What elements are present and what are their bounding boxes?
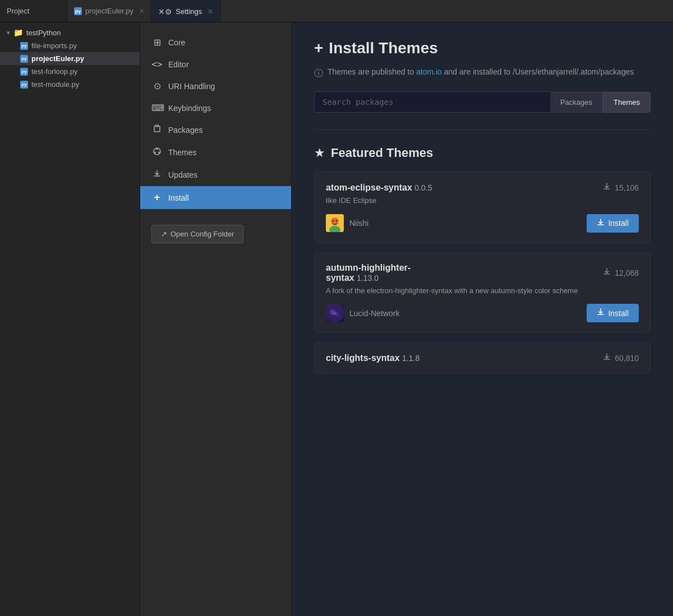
updates-label: Updates xyxy=(168,170,197,179)
close-projecteuler-tab[interactable]: × xyxy=(139,6,144,16)
file-name-forloop: test-forloop.py xyxy=(31,67,77,76)
settings-tab-label: Settings xyxy=(176,7,202,16)
svg-point-4 xyxy=(158,152,160,154)
file-name-euler: projectEuler.py xyxy=(31,54,84,63)
sidebar-item-keybindings[interactable]: ⌨ Keybindings xyxy=(140,97,291,119)
close-settings-tab[interactable]: × xyxy=(208,7,213,17)
search-input[interactable] xyxy=(314,91,550,113)
tree-file-forloop[interactable]: py test-forloop.py xyxy=(0,65,140,78)
svg-point-7 xyxy=(331,217,339,225)
card-bottom-row-0: Niishi Install xyxy=(326,214,639,233)
folder-chevron: ▾ xyxy=(7,29,10,36)
project-tab-label: Project xyxy=(7,7,29,15)
package-name-version-0: atom-eclipse-syntax 0.0.5 xyxy=(326,183,432,193)
tree-folder-testpython[interactable]: ▾ 📁 testPython xyxy=(0,26,140,39)
download-count-1: 12,068 xyxy=(602,267,639,278)
download-number-0: 15,106 xyxy=(615,183,639,192)
nav-divider xyxy=(140,209,291,216)
featured-header: ★ Featured Themes xyxy=(314,146,651,160)
packages-icon xyxy=(151,124,163,136)
keybindings-icon: ⌨ xyxy=(151,103,163,113)
card-top-row-2: city-lights-syntax 1.1.8 60,810 xyxy=(326,353,639,363)
themes-tab-button[interactable]: Themes xyxy=(603,92,651,113)
description-text: Themes are published to atom.io and are … xyxy=(328,66,634,78)
package-card-1: autumn-highlighter-syntax 1.13.0 12,068 … xyxy=(314,252,651,334)
star-icon: ★ xyxy=(314,146,325,160)
py-file-icon-3: py xyxy=(20,68,28,76)
tab-projecteuler[interactable]: py projectEuler.py × xyxy=(67,0,151,22)
folder-name: testPython xyxy=(26,29,61,37)
page-title: Install Themes xyxy=(329,39,438,57)
package-name-0: atom-eclipse-syntax xyxy=(326,183,412,192)
svg-point-9 xyxy=(333,220,334,222)
download-number-1: 12,068 xyxy=(615,268,639,277)
uri-label: URI Handling xyxy=(168,82,215,91)
tree-file-module[interactable]: py test-module.py xyxy=(0,78,140,91)
package-card-2: city-lights-syntax 1.1.8 60,810 xyxy=(314,342,651,374)
install-btn-label-1: Install xyxy=(608,309,629,318)
sidebar-item-core[interactable]: ⊞ Core xyxy=(140,31,291,53)
file-tree: ▾ 📁 testPython py file-imports.py py pro… xyxy=(0,22,140,616)
packages-tab-button[interactable]: Packages xyxy=(550,92,603,113)
section-divider xyxy=(314,129,651,130)
tab-project[interactable]: Project xyxy=(0,0,67,22)
author-info-0: Niishi xyxy=(326,214,368,232)
package-version-0: 0.0.5 xyxy=(414,183,432,192)
themes-icon xyxy=(151,147,163,158)
svg-point-10 xyxy=(336,220,338,222)
sidebar-item-editor[interactable]: <> Editor xyxy=(140,53,291,75)
packages-label: Packages xyxy=(168,126,202,135)
download-number-2: 60,810 xyxy=(615,354,639,363)
author-avatar-0 xyxy=(326,214,344,232)
sidebar-item-themes[interactable]: Themes xyxy=(140,141,291,164)
editor-icon: <> xyxy=(151,59,163,70)
package-desc-0: like IDE Eclipse xyxy=(326,195,639,206)
tree-file-imports[interactable]: py file-imports.py xyxy=(0,39,140,52)
open-config-label: Open Config Folder xyxy=(170,230,234,238)
sidebar-item-install[interactable]: + Install xyxy=(140,186,291,209)
search-bar-row: Packages Themes xyxy=(314,91,651,113)
open-config-button[interactable]: ↗ Open Config Folder xyxy=(151,225,243,243)
package-version-2: 1.1.8 xyxy=(402,354,420,363)
keybindings-label: Keybindings xyxy=(168,104,211,113)
install-btn-label-0: Install xyxy=(608,219,629,228)
py-icon: py xyxy=(74,7,82,15)
sidebar-item-uri[interactable]: ⊙ URI Handling xyxy=(140,75,291,97)
package-name-2: city-lights-syntax xyxy=(326,353,400,363)
main-layout: ▾ 📁 testPython py file-imports.py py pro… xyxy=(0,22,673,616)
package-name-version-1: autumn-highlighter-syntax 1.13.0 xyxy=(326,263,411,283)
package-version-1: 1.13.0 xyxy=(357,274,379,282)
core-label: Core xyxy=(168,38,185,47)
package-desc-1: A fork of the electron-highlighter-synta… xyxy=(326,285,639,297)
py-file-icon: py xyxy=(20,42,28,50)
projecteuler-tab-label: projectEuler.py xyxy=(85,7,133,15)
install-description: ⓘ Themes are published to atom.io and ar… xyxy=(314,66,651,80)
install-button-0[interactable]: Install xyxy=(587,214,639,233)
install-btn-icon-0 xyxy=(597,219,605,228)
tab-settings[interactable]: ✕⚙ Settings × xyxy=(151,0,220,22)
sidebar-item-packages[interactable]: Packages xyxy=(140,119,291,141)
install-nav-icon: + xyxy=(151,192,163,203)
open-config-icon: ↗ xyxy=(161,230,167,238)
description-suffix: and are installed to /Users/ethanjarrell… xyxy=(444,67,634,76)
updates-icon xyxy=(151,169,163,180)
author-info-1: Lucid-Network xyxy=(326,304,399,322)
install-nav-label: Install xyxy=(168,193,189,202)
atom-link[interactable]: atom.io xyxy=(416,67,442,76)
package-card-0: atom-eclipse-syntax 0.0.5 15,106 like ID… xyxy=(314,172,651,243)
editor-label: Editor xyxy=(168,60,189,69)
themes-label: Themes xyxy=(168,148,197,157)
folder-icon: 📁 xyxy=(13,28,23,37)
py-file-icon-2: py xyxy=(20,55,28,63)
sidebar-item-updates[interactable]: Updates xyxy=(140,164,291,186)
tab-bar: Project py projectEuler.py × ✕⚙ Settings… xyxy=(0,0,673,22)
install-button-1[interactable]: Install xyxy=(587,304,639,322)
settings-icon: ✕⚙ xyxy=(158,7,172,16)
main-content: + Install Themes ⓘ Themes are published … xyxy=(292,22,673,616)
plus-icon: + xyxy=(314,39,323,57)
download-count-0: 15,106 xyxy=(602,182,639,193)
author-name-0: Niishi xyxy=(349,219,368,228)
download-icon-1 xyxy=(602,267,611,278)
tree-file-projecteuler[interactable]: py projectEuler.py xyxy=(0,52,140,65)
install-header: + Install Themes xyxy=(314,39,651,57)
